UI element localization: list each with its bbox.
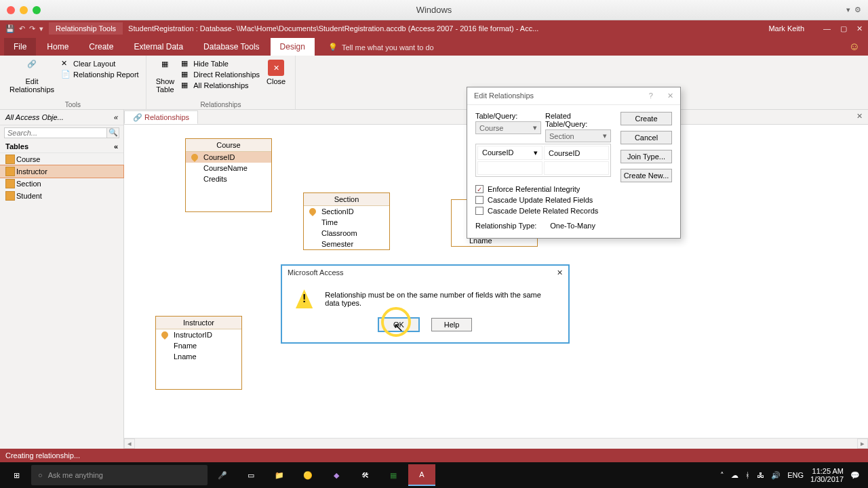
right-field-cell[interactable]: CourseID xyxy=(544,146,609,160)
network-icon[interactable]: 🖧 xyxy=(757,471,764,479)
clear-layout-icon: ✕ xyxy=(61,59,71,68)
nav-group-tables[interactable]: Tables « xyxy=(0,140,123,153)
table-row[interactable]: SectionID xyxy=(304,206,389,217)
close-label: Close xyxy=(267,77,285,85)
checkbox-label: Enforce Referential Integrity xyxy=(488,185,580,193)
nav-header-title: All Access Obje... xyxy=(5,113,64,121)
close-document-button[interactable]: ✕ xyxy=(851,110,868,124)
clear-layout-button[interactable]: ✕Clear Layout xyxy=(61,58,139,69)
cortana-search[interactable]: ○ Ask me anything xyxy=(31,465,208,485)
mac-close-button[interactable] xyxy=(7,6,15,14)
nav-item-course[interactable]: Course xyxy=(0,153,123,165)
nav-item-student[interactable]: Student xyxy=(0,190,123,202)
table-query-label: Table/Query: xyxy=(475,112,541,120)
horizontal-scrollbar[interactable]: ◂ ▸ xyxy=(124,438,868,449)
hide-table-button[interactable]: ▦Hide Table xyxy=(181,58,260,69)
table-row[interactable]: CourseName xyxy=(186,163,271,174)
edit-relationships-icon: 🔗 xyxy=(24,60,40,76)
table-row[interactable]: Semester xyxy=(304,239,389,249)
table-row[interactable]: Time xyxy=(304,217,389,228)
scroll-right-arrow[interactable]: ▸ xyxy=(857,439,868,449)
mac-gear-icon[interactable]: ⚙ xyxy=(854,5,861,14)
tab-external-data[interactable]: External Data xyxy=(124,38,193,56)
mac-minimize-button[interactable] xyxy=(20,6,28,14)
all-relationships-button[interactable]: ▦All Relationships xyxy=(181,80,260,91)
redo-icon[interactable]: ↷ xyxy=(29,24,35,33)
search-icon[interactable]: 🔍 xyxy=(107,127,119,138)
visual-studio-icon[interactable]: ◆ xyxy=(323,464,350,486)
table-row[interactable]: Classroom xyxy=(304,228,389,239)
clock[interactable]: 11:25 AM 1/30/2017 xyxy=(810,467,844,483)
window-minimize-button[interactable]: — xyxy=(823,24,831,33)
feedback-smiley-icon[interactable]: ☺ xyxy=(849,41,860,56)
scroll-left-arrow[interactable]: ◂ xyxy=(124,439,135,449)
nav-search-input[interactable] xyxy=(4,127,107,138)
onedrive-icon[interactable]: ☁ xyxy=(731,471,738,480)
window-close-button[interactable]: ✕ xyxy=(856,24,863,33)
window-restore-button[interactable]: ▢ xyxy=(840,24,847,33)
mac-menu-icon[interactable]: ▾ xyxy=(846,5,850,14)
related-table-combo[interactable]: Section▾ xyxy=(545,129,611,142)
join-type-button[interactable]: Join Type... xyxy=(620,150,672,163)
action-center-icon[interactable]: 💬 xyxy=(850,471,860,480)
ok-button[interactable]: OK xyxy=(378,318,419,331)
save-icon[interactable]: 💾 xyxy=(5,24,15,33)
nav-collapse-icon[interactable]: « xyxy=(114,113,118,121)
qa-customize-icon[interactable]: ▾ xyxy=(39,24,43,33)
relationship-report-button[interactable]: 📄Relationship Report xyxy=(61,69,139,80)
show-table-button[interactable]: ▦ Show Table xyxy=(153,58,178,95)
tab-database-tools[interactable]: Database Tools xyxy=(194,38,269,56)
message-close-button[interactable]: ✕ xyxy=(557,268,563,277)
table-row[interactable]: Lname xyxy=(156,351,241,362)
enforce-integrity-checkbox[interactable]: ✓Enforce Referential Integrity xyxy=(475,185,611,193)
mac-zoom-button[interactable] xyxy=(33,6,41,14)
create-button[interactable]: Create xyxy=(620,112,672,125)
relationship-report-icon: 📄 xyxy=(61,70,71,79)
access-icon[interactable]: A xyxy=(408,464,435,486)
left-field-cell[interactable]: CourseID xyxy=(482,148,513,157)
chevron-down-icon[interactable]: ▾ xyxy=(534,148,538,157)
mic-icon[interactable]: 🎤 xyxy=(209,464,236,486)
tab-file[interactable]: File xyxy=(4,38,36,56)
table-section-header[interactable]: Section xyxy=(304,193,389,206)
tab-design[interactable]: Design xyxy=(271,38,315,56)
start-button[interactable]: ⊞ xyxy=(3,464,30,486)
app-icon[interactable]: 🛠 xyxy=(351,464,378,486)
undo-icon[interactable]: ↶ xyxy=(19,24,25,33)
nav-header[interactable]: All Access Obje... « xyxy=(0,110,123,125)
tab-home[interactable]: Home xyxy=(37,38,78,56)
checkbox-label: Cascade Delete Related Records xyxy=(488,207,598,215)
table-row[interactable]: Fname xyxy=(156,340,241,351)
document-tab-relationships[interactable]: 🔗 Relationships xyxy=(124,110,198,124)
direct-relationships-button[interactable]: ▦Direct Relationships xyxy=(181,69,260,80)
cascade-delete-checkbox[interactable]: Cascade Delete Related Records xyxy=(475,207,611,215)
table-course-header[interactable]: Course xyxy=(186,139,271,152)
tray-chevron-icon[interactable]: ˄ xyxy=(720,471,724,480)
excel-icon[interactable]: ▦ xyxy=(380,464,407,486)
cascade-update-checkbox[interactable]: Cascade Update Related Fields xyxy=(475,196,611,204)
bluetooth-icon[interactable]: ᚼ xyxy=(745,471,750,479)
tab-create[interactable]: Create xyxy=(79,38,123,56)
tell-me-search[interactable]: 💡 Tell me what you want to do xyxy=(328,43,434,56)
help-button[interactable]: Help xyxy=(431,318,472,331)
table-row[interactable]: CourseID xyxy=(186,152,271,163)
file-explorer-icon[interactable]: 📁 xyxy=(266,464,293,486)
dialog-help-icon[interactable]: ? xyxy=(649,92,653,100)
task-view-button[interactable]: ▭ xyxy=(237,464,264,486)
chrome-icon[interactable]: 🟡 xyxy=(294,464,321,486)
collapse-group-icon[interactable]: « xyxy=(114,142,118,150)
table-instructor-header[interactable]: Instructor xyxy=(156,317,241,329)
close-button[interactable]: ✕ Close xyxy=(264,58,288,87)
volume-icon[interactable]: 🔊 xyxy=(771,471,781,480)
dialog-close-button[interactable]: ✕ xyxy=(667,92,673,100)
table-row[interactable]: Credits xyxy=(186,174,271,184)
nav-item-instructor[interactable]: Instructor xyxy=(0,165,123,178)
table-query-combo[interactable]: Course▾ xyxy=(475,121,541,134)
cancel-button[interactable]: Cancel xyxy=(620,131,672,144)
relationship-type-label: Relationship Type: xyxy=(475,222,536,230)
create-new-button[interactable]: Create New... xyxy=(620,169,672,182)
edit-relationships-button[interactable]: 🔗 Edit Relationships xyxy=(7,58,57,95)
table-row[interactable]: InstructorID xyxy=(156,329,241,340)
nav-item-section[interactable]: Section xyxy=(0,178,123,190)
language-indicator[interactable]: ENG xyxy=(787,471,804,479)
